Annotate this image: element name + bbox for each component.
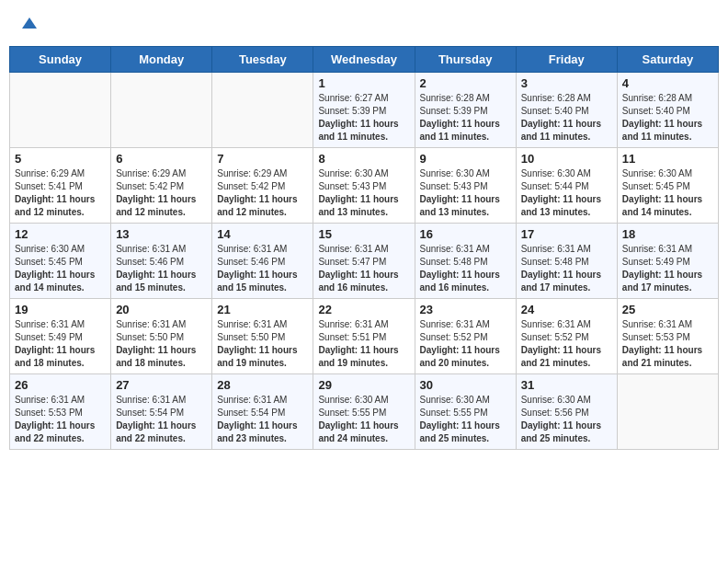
calendar-cell: 4Sunrise: 6:28 AMSunset: 5:40 PMDaylight… (617, 73, 718, 148)
day-number: 23 (420, 303, 511, 316)
day-info: Sunrise: 6:31 AMSunset: 5:48 PMDaylight:… (420, 243, 511, 294)
day-info: Sunrise: 6:31 AMSunset: 5:52 PMDaylight:… (420, 318, 511, 370)
day-number: 8 (318, 152, 409, 166)
day-number: 16 (420, 227, 511, 241)
weekday-header-sunday: Sunday (10, 47, 111, 73)
page-header (9, 9, 719, 37)
day-number: 2 (420, 76, 511, 90)
day-number: 30 (420, 378, 511, 392)
day-number: 25 (622, 303, 713, 316)
day-number: 22 (318, 303, 409, 316)
day-info: Sunrise: 6:31 AMSunset: 5:46 PMDaylight:… (217, 243, 308, 294)
day-info: Sunrise: 6:30 AMSunset: 5:43 PMDaylight:… (420, 167, 511, 219)
calendar-cell: 10Sunrise: 6:30 AMSunset: 5:44 PMDayligh… (516, 148, 617, 224)
day-number: 31 (521, 378, 612, 392)
day-info: Sunrise: 6:30 AMSunset: 5:56 PMDaylight:… (521, 394, 612, 445)
logo (18, 14, 39, 32)
weekday-header-monday: Monday (111, 47, 212, 73)
day-info: Sunrise: 6:28 AMSunset: 5:40 PMDaylight:… (521, 92, 612, 144)
day-info: Sunrise: 6:30 AMSunset: 5:45 PMDaylight:… (15, 243, 106, 294)
weekday-header-row: SundayMondayTuesdayWednesdayThursdayFrid… (10, 47, 719, 73)
calendar-cell: 19Sunrise: 6:31 AMSunset: 5:49 PMDayligh… (10, 299, 111, 374)
day-info: Sunrise: 6:31 AMSunset: 5:49 PMDaylight:… (622, 243, 713, 294)
day-info: Sunrise: 6:31 AMSunset: 5:54 PMDaylight:… (116, 394, 207, 445)
day-info: Sunrise: 6:31 AMSunset: 5:50 PMDaylight:… (217, 318, 308, 370)
calendar-week-4: 19Sunrise: 6:31 AMSunset: 5:49 PMDayligh… (10, 299, 719, 374)
day-info: Sunrise: 6:27 AMSunset: 5:39 PMDaylight:… (318, 92, 409, 144)
day-number: 6 (116, 152, 207, 166)
calendar-cell (212, 73, 313, 148)
calendar-cell (111, 73, 212, 148)
calendar-cell: 28Sunrise: 6:31 AMSunset: 5:54 PMDayligh… (212, 374, 313, 450)
day-info: Sunrise: 6:31 AMSunset: 5:47 PMDaylight:… (318, 243, 409, 294)
calendar-cell: 23Sunrise: 6:31 AMSunset: 5:52 PMDayligh… (415, 299, 516, 374)
day-number: 29 (318, 378, 409, 392)
calendar-cell: 2Sunrise: 6:28 AMSunset: 5:39 PMDaylight… (415, 73, 516, 148)
weekday-header-friday: Friday (516, 47, 617, 73)
day-number: 7 (217, 152, 308, 166)
day-number: 13 (116, 227, 207, 241)
calendar-cell (617, 374, 718, 450)
calendar-cell: 27Sunrise: 6:31 AMSunset: 5:54 PMDayligh… (111, 374, 212, 450)
day-number: 11 (622, 152, 713, 166)
calendar-cell: 8Sunrise: 6:30 AMSunset: 5:43 PMDaylight… (313, 148, 415, 224)
logo-text (18, 14, 39, 32)
weekday-header-thursday: Thursday (415, 47, 516, 73)
day-info: Sunrise: 6:30 AMSunset: 5:44 PMDaylight:… (521, 167, 612, 219)
calendar-cell: 9Sunrise: 6:30 AMSunset: 5:43 PMDaylight… (415, 148, 516, 224)
day-number: 26 (15, 378, 106, 392)
day-number: 1 (318, 76, 409, 90)
day-number: 28 (217, 378, 308, 392)
day-number: 27 (116, 378, 207, 392)
day-info: Sunrise: 6:30 AMSunset: 5:43 PMDaylight:… (318, 167, 409, 219)
weekday-header-wednesday: Wednesday (313, 47, 415, 73)
day-info: Sunrise: 6:31 AMSunset: 5:52 PMDaylight:… (521, 318, 612, 370)
calendar-cell: 16Sunrise: 6:31 AMSunset: 5:48 PMDayligh… (415, 224, 516, 299)
day-info: Sunrise: 6:31 AMSunset: 5:50 PMDaylight:… (116, 318, 207, 370)
calendar-cell: 24Sunrise: 6:31 AMSunset: 5:52 PMDayligh… (516, 299, 617, 374)
day-number: 19 (15, 303, 106, 316)
calendar-cell: 6Sunrise: 6:29 AMSunset: 5:42 PMDaylight… (111, 148, 212, 224)
calendar-cell: 1Sunrise: 6:27 AMSunset: 5:39 PMDaylight… (313, 73, 415, 148)
calendar-cell: 20Sunrise: 6:31 AMSunset: 5:50 PMDayligh… (111, 299, 212, 374)
day-info: Sunrise: 6:30 AMSunset: 5:55 PMDaylight:… (420, 394, 511, 445)
calendar-week-2: 5Sunrise: 6:29 AMSunset: 5:41 PMDaylight… (10, 148, 719, 224)
day-info: Sunrise: 6:29 AMSunset: 5:42 PMDaylight:… (217, 167, 308, 219)
day-number: 9 (420, 152, 511, 166)
day-info: Sunrise: 6:29 AMSunset: 5:41 PMDaylight:… (15, 167, 106, 219)
calendar-week-1: 1Sunrise: 6:27 AMSunset: 5:39 PMDaylight… (10, 73, 719, 148)
calendar-cell (10, 73, 111, 148)
svg-marker-0 (22, 17, 37, 29)
calendar-cell: 15Sunrise: 6:31 AMSunset: 5:47 PMDayligh… (313, 224, 415, 299)
calendar-cell: 5Sunrise: 6:29 AMSunset: 5:41 PMDaylight… (10, 148, 111, 224)
day-info: Sunrise: 6:31 AMSunset: 5:54 PMDaylight:… (217, 394, 308, 445)
weekday-header-saturday: Saturday (617, 47, 718, 73)
weekday-header-tuesday: Tuesday (212, 47, 313, 73)
calendar-cell: 13Sunrise: 6:31 AMSunset: 5:46 PMDayligh… (111, 224, 212, 299)
calendar-cell: 7Sunrise: 6:29 AMSunset: 5:42 PMDaylight… (212, 148, 313, 224)
calendar-cell: 12Sunrise: 6:30 AMSunset: 5:45 PMDayligh… (10, 224, 111, 299)
day-number: 15 (318, 227, 409, 241)
calendar-cell: 3Sunrise: 6:28 AMSunset: 5:40 PMDaylight… (516, 73, 617, 148)
logo-icon (20, 14, 39, 32)
day-info: Sunrise: 6:31 AMSunset: 5:53 PMDaylight:… (15, 394, 106, 445)
day-info: Sunrise: 6:30 AMSunset: 5:45 PMDaylight:… (622, 167, 713, 219)
day-number: 10 (521, 152, 612, 166)
day-number: 5 (15, 152, 106, 166)
day-number: 21 (217, 303, 308, 316)
calendar-cell: 26Sunrise: 6:31 AMSunset: 5:53 PMDayligh… (10, 374, 111, 450)
calendar-cell: 30Sunrise: 6:30 AMSunset: 5:55 PMDayligh… (415, 374, 516, 450)
calendar: SundayMondayTuesdayWednesdayThursdayFrid… (9, 46, 719, 450)
day-number: 3 (521, 76, 612, 90)
calendar-cell: 17Sunrise: 6:31 AMSunset: 5:48 PMDayligh… (516, 224, 617, 299)
day-info: Sunrise: 6:29 AMSunset: 5:42 PMDaylight:… (116, 167, 207, 219)
calendar-cell: 22Sunrise: 6:31 AMSunset: 5:51 PMDayligh… (313, 299, 415, 374)
day-info: Sunrise: 6:28 AMSunset: 5:39 PMDaylight:… (420, 92, 511, 144)
day-number: 12 (15, 227, 106, 241)
day-number: 17 (521, 227, 612, 241)
calendar-week-3: 12Sunrise: 6:30 AMSunset: 5:45 PMDayligh… (10, 224, 719, 299)
calendar-week-5: 26Sunrise: 6:31 AMSunset: 5:53 PMDayligh… (10, 374, 719, 450)
day-info: Sunrise: 6:31 AMSunset: 5:49 PMDaylight:… (15, 318, 106, 370)
calendar-cell: 11Sunrise: 6:30 AMSunset: 5:45 PMDayligh… (617, 148, 718, 224)
day-info: Sunrise: 6:28 AMSunset: 5:40 PMDaylight:… (622, 92, 713, 144)
